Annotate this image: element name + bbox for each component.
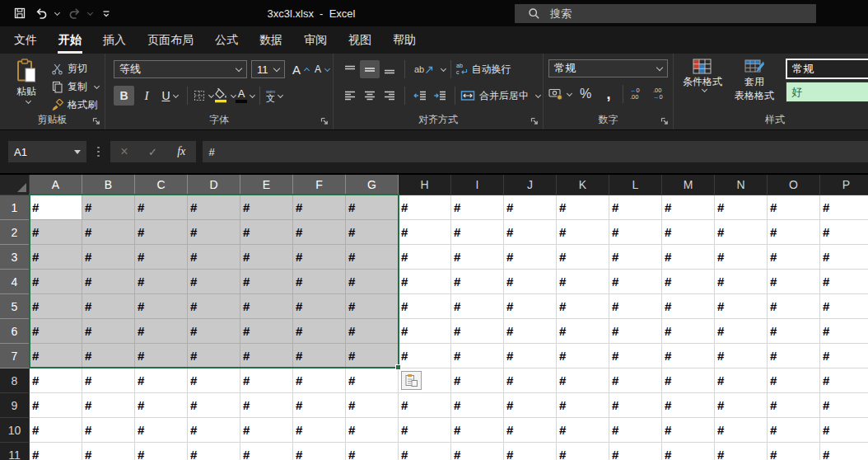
cell-D10[interactable]: # — [188, 418, 240, 443]
cell-F3[interactable]: # — [293, 245, 346, 270]
cell-H1[interactable]: # — [399, 195, 451, 220]
cell-N3[interactable]: # — [715, 245, 768, 270]
cell-G11[interactable]: # — [346, 443, 399, 460]
column-header-C[interactable]: C — [135, 175, 188, 195]
cell-I10[interactable]: # — [451, 418, 504, 443]
tab-文件[interactable]: 文件 — [4, 26, 47, 54]
cell-C11[interactable]: # — [135, 443, 188, 460]
cell-G1[interactable]: # — [346, 195, 399, 220]
decrease-indent-button[interactable] — [410, 87, 430, 105]
cell-E2[interactable]: # — [240, 220, 293, 245]
cell-B5[interactable]: # — [82, 294, 135, 319]
cell-D8[interactable]: # — [188, 368, 240, 393]
cell-L5[interactable]: # — [609, 294, 662, 319]
cell-O7[interactable]: # — [768, 344, 820, 368]
cell-P9[interactable]: # — [820, 393, 868, 418]
orientation-button[interactable]: ab — [410, 59, 446, 79]
row-header-11[interactable]: 11 — [0, 443, 30, 460]
cell-J9[interactable]: # — [504, 393, 557, 418]
cell-A9[interactable]: # — [30, 393, 82, 418]
cell-O1[interactable]: # — [768, 195, 820, 220]
cell-P10[interactable]: # — [820, 418, 868, 443]
cell-G6[interactable]: # — [346, 319, 399, 344]
cell-F1[interactable]: # — [293, 195, 346, 220]
row-header-3[interactable]: 3 — [0, 245, 30, 270]
cell-F7[interactable]: # — [293, 344, 346, 368]
cell-I5[interactable]: # — [451, 294, 504, 319]
cell-K3[interactable]: # — [557, 245, 609, 270]
cell-E4[interactable]: # — [240, 270, 293, 294]
tab-公式[interactable]: 公式 — [205, 26, 248, 54]
cell-I9[interactable]: # — [451, 393, 504, 418]
cell-L4[interactable]: # — [609, 270, 662, 294]
customize-qat-button[interactable] — [100, 7, 112, 19]
cell-N2[interactable]: # — [715, 220, 768, 245]
cell-M1[interactable]: # — [662, 195, 715, 220]
cell-L6[interactable]: # — [609, 319, 662, 344]
column-header-H[interactable]: H — [399, 175, 451, 195]
cell-A3[interactable]: # — [30, 245, 82, 270]
cell-P3[interactable]: # — [820, 245, 868, 270]
cell-D9[interactable]: # — [188, 393, 240, 418]
cell-J2[interactable]: # — [504, 220, 557, 245]
cell-O11[interactable]: # — [768, 443, 820, 460]
cell-O3[interactable]: # — [768, 245, 820, 270]
cell-N4[interactable]: # — [715, 270, 768, 294]
cell-J6[interactable]: # — [504, 319, 557, 344]
align-bottom-button[interactable] — [380, 60, 399, 78]
select-all-button[interactable] — [0, 175, 30, 195]
column-header-E[interactable]: E — [240, 175, 293, 195]
cell-L9[interactable]: # — [609, 393, 662, 418]
align-center-button[interactable] — [360, 87, 380, 105]
cell-A2[interactable]: # — [30, 220, 82, 245]
cell-D5[interactable]: # — [188, 294, 240, 319]
redo-button[interactable] — [68, 7, 92, 20]
column-header-P[interactable]: P — [820, 175, 868, 195]
decrease-font-size-button[interactable]: A — [311, 59, 333, 79]
cell-K9[interactable]: # — [557, 393, 609, 418]
cell-P2[interactable]: # — [820, 220, 868, 245]
cell-M8[interactable]: # — [662, 368, 715, 393]
cell-F5[interactable]: # — [293, 294, 346, 319]
row-header-9[interactable]: 9 — [0, 393, 30, 418]
cell-M3[interactable]: # — [662, 245, 715, 270]
cell-C10[interactable]: # — [135, 418, 188, 443]
decrease-decimal-button[interactable]: .00 →0 — [651, 84, 671, 104]
cell-C6[interactable]: # — [135, 319, 188, 344]
cell-P8[interactable]: # — [820, 368, 868, 393]
cell-C9[interactable]: # — [135, 393, 188, 418]
cell-A5[interactable]: # — [30, 294, 82, 319]
cell-B8[interactable]: # — [82, 368, 135, 393]
cell-G4[interactable]: # — [346, 270, 399, 294]
cell-O5[interactable]: # — [768, 294, 820, 319]
cell-style-good[interactable]: 好 — [786, 82, 868, 102]
column-header-D[interactable]: D — [188, 175, 240, 195]
cell-E11[interactable]: # — [240, 443, 293, 460]
alignment-dialog-launcher-icon[interactable] — [530, 116, 539, 126]
number-dialog-launcher-icon[interactable] — [660, 116, 670, 126]
increase-decimal-button[interactable]: ←0 .00 — [628, 84, 648, 104]
cell-E3[interactable]: # — [240, 245, 293, 270]
cell-C7[interactable]: # — [135, 344, 188, 368]
cell-B10[interactable]: # — [82, 418, 135, 443]
cell-M6[interactable]: # — [662, 319, 715, 344]
cell-F6[interactable]: # — [293, 319, 346, 344]
cell-K4[interactable]: # — [557, 270, 609, 294]
cell-M5[interactable]: # — [662, 294, 715, 319]
align-middle-button[interactable] — [360, 60, 380, 78]
cell-G5[interactable]: # — [346, 294, 399, 319]
cell-C3[interactable]: # — [135, 245, 188, 270]
column-header-B[interactable]: B — [82, 175, 135, 195]
row-header-8[interactable]: 8 — [0, 368, 30, 393]
row-header-4[interactable]: 4 — [0, 270, 30, 294]
cell-N5[interactable]: # — [715, 294, 768, 319]
cell-A10[interactable]: # — [30, 418, 82, 443]
cell-F11[interactable]: # — [293, 443, 346, 460]
cell-B1[interactable]: # — [82, 195, 135, 220]
cell-I7[interactable]: # — [451, 344, 504, 368]
cell-N11[interactable]: # — [715, 443, 768, 460]
cell-H9[interactable]: # — [399, 393, 451, 418]
cell-E6[interactable]: # — [240, 319, 293, 344]
format-as-table-button[interactable]: 套用 表格格式 — [726, 59, 782, 102]
cell-G7[interactable]: # — [346, 344, 399, 368]
